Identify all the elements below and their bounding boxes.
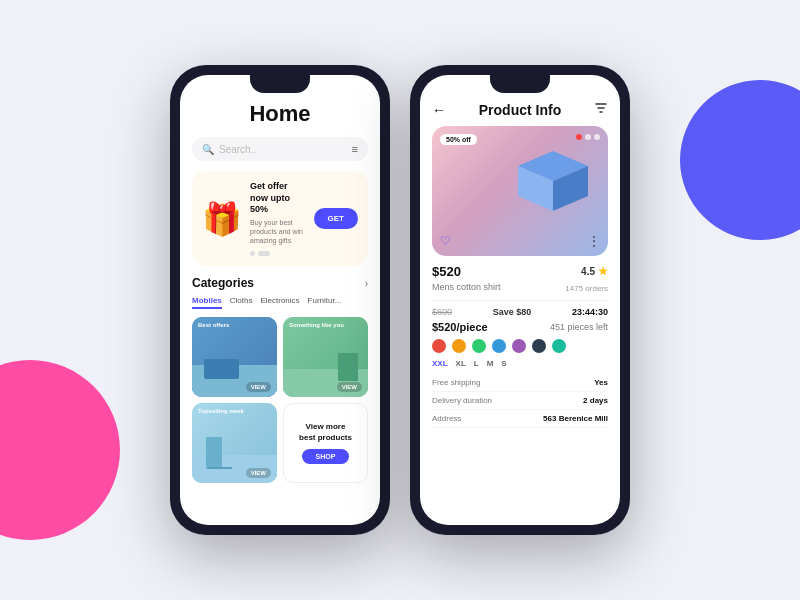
phones-container: Home 🔍 Search.. ≡ 🎁 Get offer now upto 5… xyxy=(0,0,800,600)
promo-dots xyxy=(250,251,308,256)
categories-title: Categories xyxy=(192,276,254,290)
tab-mobiles[interactable]: Mobiles xyxy=(192,296,222,309)
info-row-delivery: Delivery duration 2 days xyxy=(432,392,608,410)
chevron-right-icon[interactable]: › xyxy=(365,278,368,289)
home-content: Home 🔍 Search.. ≡ 🎁 Get offer now upto 5… xyxy=(180,75,380,525)
shop-button[interactable]: SHOP xyxy=(302,449,350,464)
promo-banner: 🎁 Get offer now upto 50% Buy your best p… xyxy=(192,171,368,266)
shipping-value: Yes xyxy=(594,378,608,387)
dot-active xyxy=(576,134,582,140)
info-row-address: Address 563 Berenice Mill xyxy=(432,410,608,428)
address-label: Address xyxy=(432,414,461,423)
notch-home xyxy=(250,75,310,93)
promo-emoji: 🎁 xyxy=(202,200,242,238)
timer: 23:44:30 xyxy=(572,307,608,317)
color-orange[interactable] xyxy=(452,339,466,353)
info-row-shipping: Free shipping Yes xyxy=(432,374,608,392)
product-info-phone: ← Product Info 50% off xyxy=(410,65,630,535)
color-blue[interactable] xyxy=(492,339,506,353)
card-label-topselling: Topselling week xyxy=(198,408,244,414)
dot-2 xyxy=(585,134,591,140)
size-l[interactable]: L xyxy=(474,359,479,368)
delivery-value: 2 days xyxy=(583,396,608,405)
heart-icon[interactable]: ♡ xyxy=(440,234,451,248)
categories-tabs: Mobiles Cloths Electronics Furnitur... xyxy=(192,296,368,309)
sale-row: $600 Save $80 23:44:30 xyxy=(432,307,608,317)
search-icon: 🔍 xyxy=(202,144,214,155)
image-dots xyxy=(576,134,600,140)
dot-2 xyxy=(258,251,270,256)
color-red[interactable] xyxy=(432,339,446,353)
home-phone: Home 🔍 Search.. ≡ 🎁 Get offer now upto 5… xyxy=(170,65,390,535)
view-more-card[interactable]: View morebest products SHOP xyxy=(283,403,368,483)
star-icon: ★ xyxy=(598,265,608,278)
categories-section-header: Categories › xyxy=(192,276,368,290)
color-green[interactable] xyxy=(472,339,486,353)
card-label-something: Something like you xyxy=(289,322,344,328)
product-info-header: ← Product Info xyxy=(432,97,608,126)
size-selector: XXL XL L M S xyxy=(432,359,608,368)
product-grid: Best offers VIEW Something like you VIEW xyxy=(192,317,368,483)
home-screen: Home 🔍 Search.. ≡ 🎁 Get offer now upto 5… xyxy=(180,75,380,525)
size-xxl[interactable]: XXL xyxy=(432,359,448,368)
product-image-area: 50% off ♡ xyxy=(432,126,608,256)
dot-1 xyxy=(250,251,255,256)
size-s[interactable]: S xyxy=(501,359,506,368)
filter-icon[interactable]: ≡ xyxy=(352,143,358,155)
back-button[interactable]: ← xyxy=(432,102,446,118)
save-text: Save $80 xyxy=(493,307,532,317)
card-view-best-offers[interactable]: VIEW xyxy=(246,382,271,392)
size-m[interactable]: M xyxy=(487,359,494,368)
promo-subtitle: Buy your best products and win amazing g… xyxy=(250,218,308,245)
product-info-screen: ← Product Info 50% off xyxy=(420,75,620,525)
price-rating-row: $520 4.5 ★ xyxy=(432,264,608,279)
product-card-something[interactable]: Something like you VIEW xyxy=(283,317,368,397)
pieces-left: 451 pieces left xyxy=(550,322,608,332)
search-bar[interactable]: 🔍 Search.. ≡ xyxy=(192,137,368,161)
orders-count: 1475 orders xyxy=(565,284,608,293)
color-purple[interactable] xyxy=(512,339,526,353)
image-menu-icon[interactable]: ⋮ xyxy=(588,234,600,248)
tab-cloths[interactable]: Cloths xyxy=(230,296,253,309)
product-card-topselling[interactable]: Topselling week VIEW xyxy=(192,403,277,483)
original-price: $600 xyxy=(432,307,452,317)
delivery-label: Delivery duration xyxy=(432,396,492,405)
color-selector xyxy=(432,339,608,353)
card-view-topselling[interactable]: VIEW xyxy=(246,468,271,478)
tab-electronics[interactable]: Electronics xyxy=(260,296,299,309)
divider-1 xyxy=(432,300,608,301)
search-placeholder: Search.. xyxy=(219,144,256,155)
dot-3 xyxy=(594,134,600,140)
promo-text-block: Get offer now upto 50% Buy your best pro… xyxy=(250,181,308,256)
shipping-label: Free shipping xyxy=(432,378,480,387)
color-dark[interactable] xyxy=(532,339,546,353)
size-xl[interactable]: XL xyxy=(456,359,466,368)
notch-product xyxy=(490,75,550,93)
tab-furniture[interactable]: Furnitur... xyxy=(308,296,342,309)
view-more-text: View morebest products xyxy=(299,422,352,443)
filter-button[interactable] xyxy=(594,101,608,118)
promo-title: Get offer now upto 50% xyxy=(250,181,308,216)
home-title: Home xyxy=(192,101,368,127)
get-button[interactable]: GET xyxy=(314,208,358,229)
product-3d-box xyxy=(513,146,593,216)
address-value: 563 Berenice Mill xyxy=(543,414,608,423)
color-teal[interactable] xyxy=(552,339,566,353)
product-price: $520 xyxy=(432,264,461,279)
product-info-title: Product Info xyxy=(479,102,561,118)
rating-value: 4.5 xyxy=(581,266,595,277)
product-card-best-offers[interactable]: Best offers VIEW xyxy=(192,317,277,397)
piece-row: $520/piece 451 pieces left xyxy=(432,321,608,333)
piece-price: $520/piece xyxy=(432,321,488,333)
product-info-content: ← Product Info 50% off xyxy=(420,75,620,525)
discount-badge: 50% off xyxy=(440,134,477,145)
product-name: Mens cotton shirt xyxy=(432,282,501,292)
rating-container: 4.5 ★ xyxy=(581,265,608,278)
card-label-best-offers: Best offers xyxy=(198,322,229,328)
card-view-something[interactable]: VIEW xyxy=(337,382,362,392)
